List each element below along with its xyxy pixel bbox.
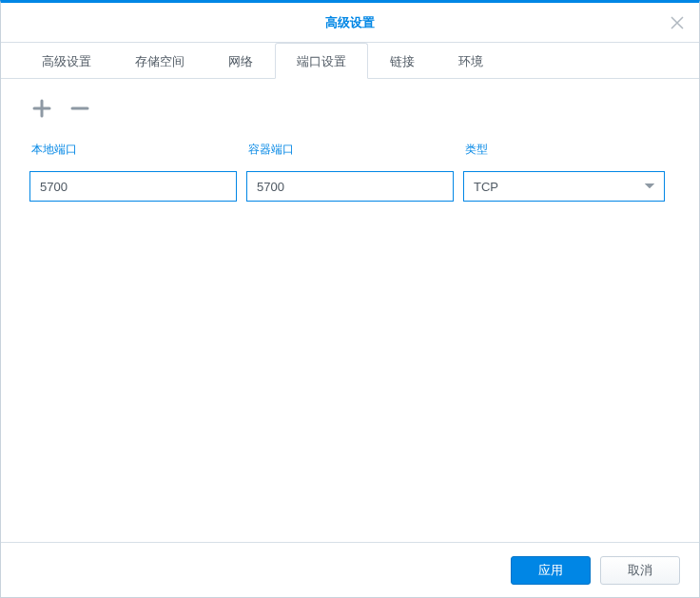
tab-links[interactable]: 链接 bbox=[368, 43, 437, 79]
column-local-port: 本地端口 bbox=[29, 142, 237, 158]
dialog-footer: 应用 取消 bbox=[1, 542, 699, 597]
type-select-value: TCP bbox=[463, 171, 665, 202]
close-button[interactable] bbox=[663, 9, 691, 37]
cancel-button[interactable]: 取消 bbox=[600, 556, 680, 585]
advanced-settings-dialog: 高级设置 高级设置 存储空间 网络 端口设置 链接 环境 本地端口 容器端口 类… bbox=[0, 0, 700, 598]
dialog-header: 高级设置 bbox=[1, 3, 699, 43]
tab-port-settings[interactable]: 端口设置 bbox=[275, 43, 368, 79]
type-select[interactable]: TCP bbox=[463, 171, 665, 202]
row-toolbar bbox=[29, 96, 671, 121]
tab-environment[interactable]: 环境 bbox=[437, 43, 505, 79]
plus-icon bbox=[32, 99, 51, 118]
close-icon bbox=[671, 16, 684, 29]
tab-advanced[interactable]: 高级设置 bbox=[20, 43, 113, 79]
tab-storage[interactable]: 存储空间 bbox=[113, 43, 206, 79]
column-type: 类型 bbox=[463, 142, 665, 158]
container-port-input[interactable] bbox=[246, 171, 454, 202]
remove-row-button[interactable] bbox=[68, 96, 92, 121]
tab-bar: 高级设置 存储空间 网络 端口设置 链接 环境 bbox=[1, 43, 699, 79]
apply-button[interactable]: 应用 bbox=[511, 556, 591, 585]
local-port-input[interactable] bbox=[29, 171, 237, 202]
table-header: 本地端口 容器端口 类型 bbox=[29, 142, 671, 158]
tab-network[interactable]: 网络 bbox=[206, 43, 275, 79]
table-row: TCP bbox=[29, 171, 671, 202]
minus-icon bbox=[70, 99, 89, 118]
dialog-title: 高级设置 bbox=[325, 14, 375, 31]
content-area: 本地端口 容器端口 类型 TCP bbox=[1, 79, 699, 542]
add-row-button[interactable] bbox=[29, 96, 54, 121]
column-container-port: 容器端口 bbox=[246, 142, 454, 158]
